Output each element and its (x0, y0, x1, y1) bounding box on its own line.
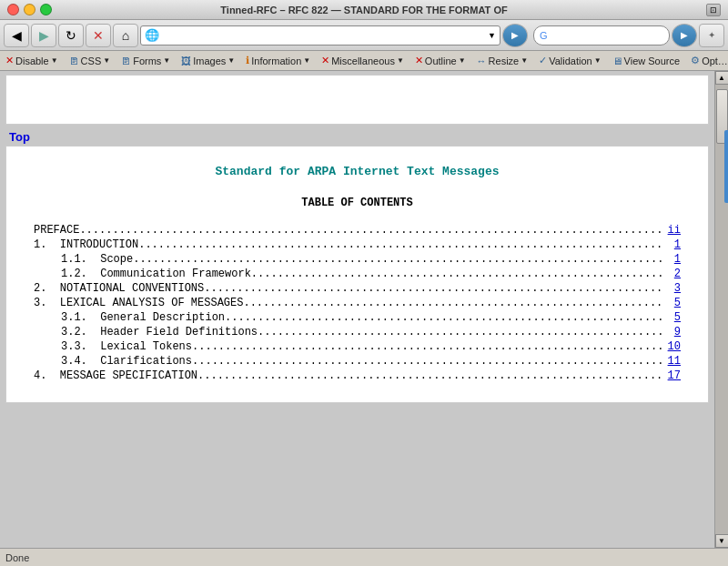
outline-label: Outline (425, 56, 457, 66)
search-go-button[interactable]: ▶ (672, 24, 697, 47)
information-icon: ℹ (246, 55, 249, 66)
title-bar: Tinned-RFC – RFC 822 — STANDARD FOR THE … (0, 0, 728, 20)
maximize-button[interactable] (40, 4, 52, 15)
toolbar-resize[interactable]: ↔ Resize ▼ (473, 55, 532, 67)
window-title: Tinned-RFC – RFC 822 — STANDARD FOR THE … (220, 5, 507, 15)
view-source-label: View Source (624, 56, 681, 66)
toc-dots: ........................................… (251, 268, 662, 280)
view-source-icon: 🖥 (612, 56, 622, 66)
scrollbar-right[interactable]: ▲ ▼ (714, 71, 728, 548)
stop-button[interactable]: ✕ (86, 24, 111, 47)
nav-bar: ◀ ▶ ↻ ✕ ⌂ 🌐 ▼ ▶ G ▶ ✦ (0, 20, 728, 51)
css-label: CSS (81, 56, 102, 66)
information-label: Information (251, 56, 301, 66)
doc-title: Standard for ARPA Internet Text Messages (34, 165, 681, 178)
toc-container: PREFACE ................................… (34, 224, 681, 382)
doc-box: Standard for ARPA Internet Text Messages… (5, 146, 709, 403)
status-text: Done (5, 552, 29, 563)
search-input[interactable] (550, 30, 675, 41)
outline-arrow: ▼ (459, 56, 466, 65)
validation-arrow: ▼ (594, 56, 602, 65)
home-button[interactable]: ⌂ (113, 24, 138, 47)
toc-entry-label: 1.1. Scope (34, 253, 133, 266)
toc-dots: ........................................… (243, 297, 662, 309)
scroll-up-button[interactable]: ▲ (715, 71, 729, 85)
toolbar-options[interactable]: ⚙ Opt… (687, 54, 728, 67)
toc-dots: ........................................… (192, 355, 662, 368)
close-button[interactable] (7, 4, 19, 15)
dropdown-icon[interactable]: ▼ (488, 31, 496, 40)
toolbar-outline[interactable]: ✕ Outline ▼ (411, 54, 470, 67)
top-link[interactable]: Top (5, 128, 34, 146)
toc-entry-label: 1. INTRODUCTION (34, 238, 138, 251)
scroll-down-button[interactable]: ▼ (715, 534, 729, 548)
toolbar-view-source[interactable]: 🖥 View Source (609, 55, 684, 67)
google-icon: G (540, 30, 548, 41)
resize-icon: ↔ (477, 56, 487, 66)
toc-page-link[interactable]: 2 (662, 268, 681, 280)
toc-page-link[interactable]: ii (662, 224, 681, 237)
forms-arrow: ▼ (163, 56, 170, 65)
url-input[interactable] (162, 30, 488, 41)
window-controls[interactable] (7, 4, 52, 15)
toc-dots: ........................................… (192, 340, 662, 353)
address-bar[interactable]: 🌐 ▼ (140, 25, 500, 45)
toolbar: ✕ Disable ▼ 🖹 CSS ▼ 🖹 Forms ▼ 🖼 Images ▼… (0, 51, 728, 71)
toc-page-link[interactable]: 3 (662, 282, 681, 295)
resize-button[interactable]: ⊡ (706, 4, 721, 16)
toc-page-link[interactable]: 5 (662, 297, 681, 309)
toolbar-validation[interactable]: ✓ Validation ▼ (535, 54, 604, 67)
options-icon: ⚙ (691, 55, 700, 66)
content-area: Top Standard for ARPA Internet Text Mess… (0, 71, 728, 548)
toc-entry-label: 2. NOTATIONAL CONVENTIONS (34, 282, 204, 295)
toc-page-link[interactable]: 9 (662, 326, 681, 339)
misc-label: Miscellaneous (331, 56, 395, 66)
toc-row: 3. LEXICAL ANALYSIS OF MESSAGES ........… (34, 297, 681, 309)
toc-row: 4. MESSAGE SPECIFICATION ...............… (34, 369, 681, 382)
toc-row: 3.2. Header Field Definitions ..........… (34, 326, 681, 339)
toc-dots: ........................................… (138, 238, 662, 251)
forward-button[interactable]: ▶ (31, 24, 56, 47)
toc-row: 3.4. Clarifications ....................… (34, 355, 681, 368)
toc-entry-label: 3.2. Header Field Definitions (34, 326, 258, 339)
search-bar[interactable]: G (533, 25, 670, 45)
toc-dots: ........................................… (204, 282, 662, 295)
toolbar-information[interactable]: ℹ Information ▼ (242, 54, 314, 67)
validation-label: Validation (549, 56, 592, 66)
information-arrow: ▼ (303, 56, 310, 65)
toolbar-disable[interactable]: ✕ Disable ▼ (2, 54, 62, 67)
toc-page-link[interactable]: 1 (662, 253, 681, 266)
disable-label: Disable (15, 56, 49, 66)
go-stop-button[interactable]: ▶ (502, 24, 528, 47)
toc-dots: ........................................… (79, 224, 662, 237)
toolbar-miscellaneous[interactable]: ✕ Miscellaneous ▼ (318, 54, 408, 67)
toc-dots: ........................................… (133, 253, 662, 266)
toolbar-css[interactable]: 🖹 CSS ▼ (66, 55, 115, 67)
toc-page-link[interactable]: 17 (662, 369, 681, 382)
disable-icon: ✕ (5, 55, 14, 66)
scroll-track[interactable] (715, 85, 729, 534)
images-icon: 🖼 (181, 56, 191, 66)
toc-page-link[interactable]: 11 (662, 355, 681, 368)
reload-button[interactable]: ↻ (58, 24, 84, 47)
disable-arrow: ▼ (51, 56, 58, 65)
more-button[interactable]: ✦ (699, 24, 724, 47)
back-button[interactable]: ◀ (4, 24, 29, 47)
toc-page-link[interactable]: 1 (662, 238, 681, 251)
toc-dots: ........................................… (258, 326, 662, 339)
resize-arrow: ▼ (521, 56, 528, 65)
images-label: Images (193, 56, 226, 66)
minimize-button[interactable] (24, 4, 35, 15)
misc-arrow: ▼ (397, 56, 404, 65)
top-bar-area (5, 75, 709, 125)
page-icon: 🌐 (145, 28, 159, 42)
toc-page-link[interactable]: 5 (662, 311, 681, 324)
toolbar-forms[interactable]: 🖹 Forms ▼ (117, 55, 174, 67)
toc-entry-label: 4. MESSAGE SPECIFICATION (34, 369, 197, 382)
toc-page-link[interactable]: 10 (662, 340, 681, 353)
toc-row: 2. NOTATIONAL CONVENTIONS ..............… (34, 282, 681, 295)
forms-label: Forms (133, 56, 161, 66)
scroll-accent (724, 130, 729, 203)
options-label: Opt… (702, 56, 728, 66)
toolbar-images[interactable]: 🖼 Images ▼ (177, 55, 238, 67)
